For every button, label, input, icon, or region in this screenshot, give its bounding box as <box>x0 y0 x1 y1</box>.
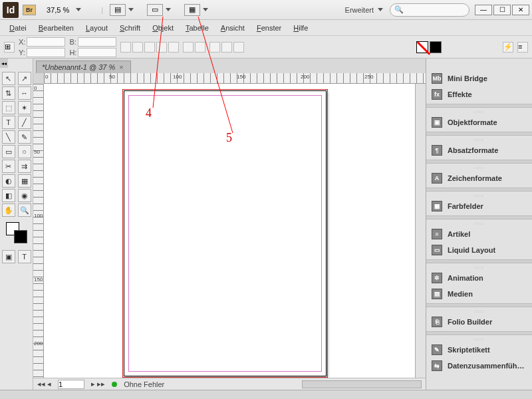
tool-button[interactable]: T <box>2 116 15 129</box>
control-bar: ⊞ X: Y: B: H: ⚡ ≡ <box>0 36 532 59</box>
tool-button[interactable]: ◐ <box>2 174 15 188</box>
panel-objektformate[interactable]: ▣Objektformate <box>426 114 532 130</box>
menu-tabelle[interactable]: Tabelle <box>180 22 214 34</box>
bottom-edge <box>0 390 532 399</box>
ruler-tick-label: 150 <box>34 277 43 283</box>
vertical-ruler[interactable]: 050100150200250 <box>33 84 44 378</box>
align-icon[interactable] <box>209 42 220 53</box>
close-tab-icon[interactable]: × <box>119 63 123 71</box>
flip-h-icon[interactable] <box>156 42 167 53</box>
zoom-selector[interactable]: 37,5 % <box>43 6 81 14</box>
panel-medien[interactable]: ▤Medien <box>426 286 532 302</box>
panel-skriptetikett[interactable]: ✎Skriptetikett <box>426 342 532 358</box>
page-nav-next[interactable]: ▸ ▸▸ <box>91 380 105 388</box>
y-input[interactable] <box>27 48 65 57</box>
panel-effekte[interactable]: fxEffekte <box>426 86 532 102</box>
menu-hilfe[interactable]: Hilfe <box>288 22 313 34</box>
panel-animation[interactable]: ✲Animation <box>426 270 532 286</box>
maximize-button[interactable]: ☐ <box>493 5 511 15</box>
menu-objekt[interactable]: Objekt <box>147 22 179 34</box>
tool-button[interactable]: ◧ <box>2 189 15 202</box>
panel-folio-builder[interactable]: ⎘Folio Builder <box>426 314 532 330</box>
tool-button[interactable]: ╲ <box>2 130 15 144</box>
distribute-icon[interactable] <box>221 42 232 53</box>
workspace-selector[interactable]: Erweitert <box>345 6 383 14</box>
tool-button[interactable]: ◉ <box>18 189 31 202</box>
panel-artikel[interactable]: ≡Artikel <box>426 226 532 242</box>
menu-schrift[interactable]: Schrift <box>114 22 146 34</box>
right-panel-dock: MbMini BridgefxEffekte▣Objektformate¶Abs… <box>426 59 532 390</box>
tool-button[interactable]: ↖ <box>2 72 15 85</box>
screen-mode-button[interactable]: ▭ <box>147 4 163 16</box>
tool-button[interactable]: ↔ <box>18 86 31 100</box>
minimize-button[interactable]: — <box>475 5 492 15</box>
tool-button[interactable]: ○ <box>18 145 31 158</box>
panel-mini-bridge[interactable]: MbMini Bridge <box>426 70 532 86</box>
rotate-icon[interactable] <box>132 42 143 53</box>
tool-button[interactable]: ▦ <box>18 174 31 188</box>
page[interactable] <box>124 90 327 376</box>
menu-datei[interactable]: Datei <box>4 22 32 34</box>
x-input[interactable] <box>27 37 65 47</box>
shear-icon[interactable] <box>144 42 155 53</box>
fill-swatch[interactable] <box>416 41 428 53</box>
tool-button[interactable]: ✂ <box>2 160 15 173</box>
h-input[interactable] <box>78 48 116 57</box>
quick-apply-icon[interactable]: ⚡ <box>503 42 513 53</box>
w-label: B: <box>69 38 76 46</box>
tool-button[interactable]: ⬚ <box>2 101 15 114</box>
document-area: *Unbenannt-1 @ 37 % × 050100150200250 05… <box>33 59 426 390</box>
panel-absatzformate[interactable]: ¶Absatzformate <box>426 142 532 158</box>
document-tab[interactable]: *Unbenannt-1 @ 37 % × <box>36 61 131 73</box>
menu-layout[interactable]: Layout <box>80 22 113 34</box>
arrange-documents-button[interactable]: ▦ <box>184 4 200 16</box>
mode-button[interactable]: ▣ <box>2 250 15 263</box>
ruler-tick-label: 50 <box>34 149 40 155</box>
panel-liquid-layout[interactable]: ▭Liquid Layout <box>426 242 532 258</box>
ruler-tick-label: 50 <box>109 74 115 80</box>
menu-fenster[interactable]: Fenster <box>251 22 287 34</box>
tool-button[interactable]: ✎ <box>18 130 31 144</box>
tool-button[interactable]: ↗ <box>18 72 31 85</box>
tool-button[interactable]: ╱ <box>18 116 31 129</box>
panel-icon: ▦ <box>432 201 442 211</box>
tool-button[interactable]: ⇉ <box>18 160 31 173</box>
tool-button[interactable]: 🔍 <box>18 203 31 217</box>
tool-button[interactable]: ✋ <box>2 203 15 217</box>
mode-button[interactable]: T <box>18 250 31 263</box>
flip-v-icon[interactable] <box>168 42 179 53</box>
page-nav-prev[interactable]: ◂◂ ◂ <box>37 380 51 388</box>
view-options-button[interactable]: ▤ <box>110 4 126 16</box>
scale-icon[interactable] <box>120 42 131 53</box>
canvas[interactable] <box>44 84 415 378</box>
tool-button[interactable]: ▭ <box>2 145 15 158</box>
w-input[interactable] <box>78 37 116 47</box>
stroke-swatch[interactable] <box>430 41 442 53</box>
vertical-scrollbar[interactable] <box>415 84 426 378</box>
pathfinder-icon[interactable] <box>233 42 244 53</box>
page-number-input[interactable] <box>58 380 84 389</box>
horizontal-ruler[interactable]: 050100150200250 <box>44 73 426 84</box>
panel-datenzusammenf-h-[interactable]: ⇆Datenzusammenfüh… <box>426 358 532 374</box>
search-input[interactable]: 🔍 <box>390 3 469 17</box>
transform-controls <box>120 42 179 53</box>
tool-button[interactable]: ⇅ <box>2 86 15 100</box>
reference-point-icon[interactable]: ⊞ <box>4 42 15 53</box>
tool-button[interactable]: ✶ <box>18 101 31 114</box>
horizontal-scrollbar[interactable] <box>302 380 422 388</box>
stroke-style-icon[interactable] <box>195 42 205 53</box>
menu-bearbeiten[interactable]: Bearbeiten <box>33 22 79 34</box>
ruler-tick-label: 250 <box>364 74 373 80</box>
status-bar: ◂◂ ◂ ▸ ▸▸ Ohne Fehler <box>33 378 426 390</box>
panel-farbfelder[interactable]: ▦Farbfelder <box>426 198 532 214</box>
bridge-badge[interactable]: Br <box>23 5 36 15</box>
zoom-value: 37,5 % <box>43 6 73 14</box>
stroke-weight-icon[interactable] <box>183 42 194 53</box>
app-logo: Id <box>3 2 19 18</box>
panel-zeichenformate[interactable]: AZeichenformate <box>426 170 532 186</box>
fill-stroke-proxy[interactable] <box>6 222 27 243</box>
panel-menu-icon[interactable]: ≡ <box>517 42 528 53</box>
close-button[interactable]: ✕ <box>512 5 529 15</box>
menu-ansicht[interactable]: Ansicht <box>215 22 250 34</box>
collapse-left-tab[interactable]: ◂◂ <box>0 59 8 68</box>
